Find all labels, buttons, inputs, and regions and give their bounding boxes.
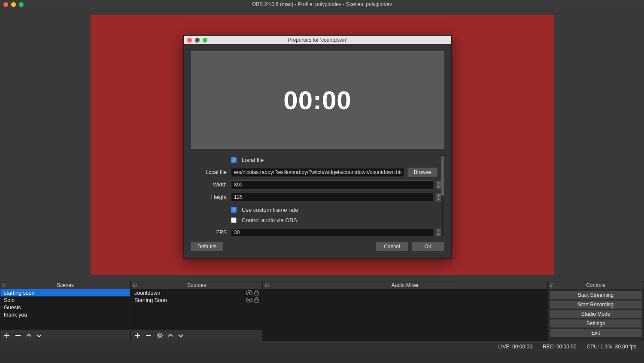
remove-source-icon[interactable] — [146, 332, 152, 339]
width-input[interactable] — [231, 180, 433, 189]
lock-icon[interactable] — [254, 290, 259, 296]
scenes-list[interactable]: starting soonSoloGueststhank you — [0, 289, 130, 329]
scenes-panel: ◱ Scenes starting soonSoloGueststhank yo… — [0, 281, 131, 341]
scenes-title: Scenes — [57, 282, 74, 288]
svg-point-0 — [249, 292, 250, 294]
window-title: OBS 24.0.6 (mac) - Profile: polyglotdev … — [0, 1, 644, 7]
audio-mixer-panel: ◱ Audio Mixer — [263, 281, 547, 341]
move-source-down-icon[interactable] — [178, 333, 183, 338]
svg-point-2 — [249, 299, 250, 301]
control-audio-label: Control audio via OBS — [242, 217, 297, 223]
sources-panel-header[interactable]: ◱ Sources — [131, 281, 262, 289]
exit-button[interactable]: Exit — [550, 329, 642, 337]
dialog-maximize-icon[interactable] — [203, 38, 207, 43]
add-scene-icon[interactable] — [4, 332, 10, 339]
fps-label: FPS — [191, 229, 231, 235]
controls-panel-header[interactable]: ◱ Controls — [548, 281, 644, 289]
browse-button[interactable]: Browse — [407, 168, 437, 177]
popout-icon[interactable]: ◱ — [2, 283, 6, 287]
dialog-minimize-icon — [195, 38, 200, 43]
dock-area: ◱ Scenes starting soonSoloGueststhank yo… — [0, 281, 644, 341]
source-item[interactable]: Starting Soon — [131, 296, 262, 304]
scene-item[interactable]: Solo — [0, 296, 130, 304]
sources-title: Sources — [187, 282, 206, 288]
height-label: Height — [191, 194, 231, 200]
source-item-label: countdown — [134, 290, 244, 296]
control-audio-checkbox[interactable] — [231, 217, 237, 223]
status-cpu: CPU: 1.3%, 30.00 fps — [587, 344, 636, 350]
mixer-body — [263, 289, 547, 341]
studio-mode-button[interactable]: Studio Mode — [550, 310, 642, 318]
fps-input[interactable] — [231, 228, 433, 236]
lock-icon[interactable] — [254, 297, 259, 303]
scenes-toolbar — [0, 329, 130, 341]
defaults-button[interactable]: Defaults — [191, 242, 223, 251]
main-titlebar: OBS 24.0.6 (mac) - Profile: polyglotdev … — [0, 0, 644, 9]
height-input[interactable] — [231, 193, 433, 202]
popout-icon[interactable]: ◱ — [265, 283, 269, 287]
custom-framerate-label: Use custom frame rate — [242, 207, 298, 213]
sources-toolbar — [131, 329, 262, 341]
svg-rect-3 — [255, 299, 258, 302]
settings-button[interactable]: Settings — [550, 319, 642, 328]
local-file-checkbox[interactable] — [231, 157, 237, 163]
scene-item[interactable]: thank you — [0, 311, 130, 318]
dialog-close-icon[interactable] — [187, 38, 192, 43]
countdown-preview-text: 00:00 — [283, 85, 351, 115]
local-file-path-input[interactable] — [231, 168, 405, 177]
properties-dialog: Properties for 'countdown' 00:00 Local f… — [183, 35, 452, 259]
dialog-title: Properties for 'countdown' — [184, 37, 451, 43]
controls-panel: ◱ Controls Start Streaming Start Recordi… — [547, 281, 644, 341]
svg-rect-1 — [255, 292, 258, 295]
mixer-title: Audio Mixer — [392, 282, 419, 288]
sources-list[interactable]: countdownStarting Soon — [131, 289, 262, 329]
popout-icon[interactable]: ◱ — [133, 283, 137, 287]
add-source-icon[interactable] — [134, 332, 140, 339]
visibility-icon[interactable] — [246, 290, 252, 295]
local-file-label: Local file — [191, 169, 231, 175]
status-rec: REC: 00:00:00 — [543, 344, 577, 350]
dialog-titlebar[interactable]: Properties for 'countdown' — [184, 36, 451, 44]
status-live: LIVE: 00:00:00 — [498, 344, 532, 350]
width-label: Width — [191, 182, 231, 188]
sources-panel: ◱ Sources countdownStarting Soon — [131, 281, 263, 341]
visibility-icon[interactable] — [246, 298, 252, 302]
statusbar: LIVE: 00:00:00 REC: 00:00:00 CPU: 1.3%, … — [0, 341, 644, 352]
dialog-traffic-lights — [184, 38, 207, 43]
start-recording-button[interactable]: Start Recording — [550, 300, 642, 309]
move-scene-down-icon[interactable] — [36, 333, 42, 338]
remove-scene-icon[interactable] — [15, 332, 21, 339]
dialog-source-preview: 00:00 — [191, 51, 444, 149]
controls-title: Controls — [586, 282, 605, 288]
minimize-window-icon[interactable] — [11, 2, 16, 7]
source-item-label: Starting Soon — [134, 297, 244, 303]
svg-point-4 — [158, 334, 161, 337]
source-properties-icon[interactable] — [157, 332, 163, 339]
popout-icon[interactable]: ◱ — [550, 283, 553, 287]
ok-button[interactable]: OK — [412, 242, 444, 251]
mixer-panel-header[interactable]: ◱ Audio Mixer — [263, 281, 547, 289]
close-window-icon[interactable] — [3, 2, 8, 7]
form-scrollbar[interactable] — [441, 155, 444, 236]
scenes-panel-header[interactable]: ◱ Scenes — [0, 281, 130, 289]
maximize-window-icon[interactable] — [19, 2, 24, 7]
window-traffic-lights — [0, 2, 24, 7]
start-streaming-button[interactable]: Start Streaming — [550, 291, 642, 299]
scene-item[interactable]: Guests — [0, 304, 130, 311]
scene-item[interactable]: starting soon — [0, 289, 130, 296]
cancel-button[interactable]: Cancel — [376, 242, 408, 251]
move-source-up-icon[interactable] — [168, 333, 173, 338]
source-item[interactable]: countdown — [131, 289, 262, 296]
local-file-checkbox-label: Local file — [242, 157, 264, 163]
move-scene-up-icon[interactable] — [26, 333, 31, 338]
custom-framerate-checkbox[interactable] — [231, 207, 237, 213]
